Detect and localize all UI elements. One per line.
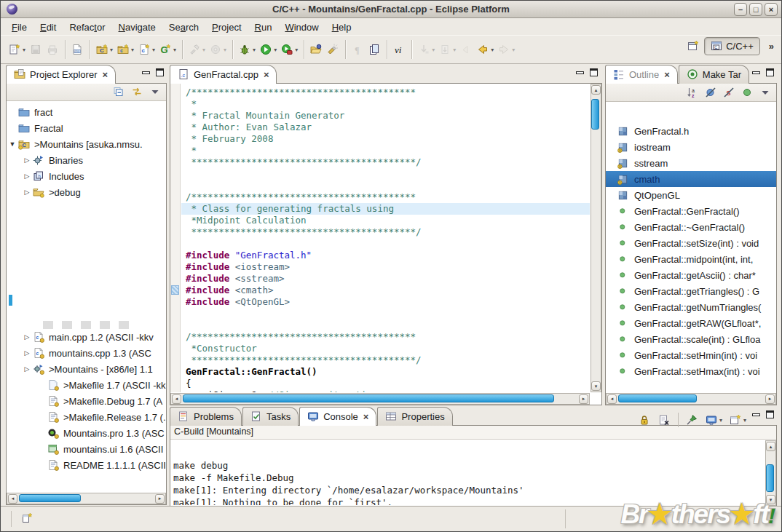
project-explorer-item[interactable]: ▷cmain.cpp 1.2 (ASCII -kkv bbox=[7, 329, 166, 345]
code-area[interactable]: /***************************************… bbox=[181, 84, 590, 392]
maximize-view-icon[interactable] bbox=[156, 68, 164, 76]
minimize-view-icon[interactable] bbox=[142, 71, 150, 74]
minimize-button[interactable]: – bbox=[734, 3, 747, 16]
close-button[interactable]: × bbox=[765, 3, 778, 16]
outline-tab[interactable]: Outline × bbox=[605, 65, 678, 84]
project-explorer-item[interactable]: fract bbox=[7, 104, 166, 120]
vi-plugin-button[interactable]: vi bbox=[391, 39, 408, 60]
outline-item[interactable]: iostream bbox=[606, 139, 776, 155]
project-explorer-item[interactable]: ▼C>Mountains [asuka.nmsu. bbox=[7, 136, 166, 152]
tab-properties[interactable]: Properties bbox=[377, 407, 452, 426]
project-explorer-item[interactable]: README 1.1.1.1 (ASCII - bbox=[7, 457, 166, 473]
expanded-arrow-icon[interactable]: ▼ bbox=[7, 140, 18, 148]
view-menu-button[interactable] bbox=[149, 86, 162, 98]
menu-project[interactable]: Project bbox=[205, 20, 248, 34]
project-explorer-item[interactable]: ▷Binaries bbox=[7, 152, 166, 168]
perspective-overflow-chevron[interactable]: » bbox=[765, 41, 774, 52]
maximize-view-icon[interactable] bbox=[590, 68, 598, 76]
menu-navigate[interactable]: Navigate bbox=[112, 20, 162, 34]
open-declaration-button[interactable] bbox=[366, 39, 383, 60]
new-make-target-button[interactable]: G▾ bbox=[157, 39, 178, 60]
run-button[interactable]: ▾ bbox=[258, 39, 279, 60]
menu-refactor[interactable]: Refactor bbox=[63, 20, 111, 34]
outline-item[interactable]: GenFractal::GenFractal() bbox=[606, 203, 776, 219]
make-targets-tab[interactable]: Make Tar bbox=[679, 65, 749, 84]
project-explorer-item[interactable]: >Makefile 1.7 (ASCII -kk bbox=[7, 377, 166, 393]
outline-item[interactable]: GenFractal::getNumTriangles( bbox=[606, 299, 776, 315]
menu-search[interactable]: Search bbox=[162, 20, 205, 34]
collapsed-arrow-icon[interactable]: ▷ bbox=[21, 333, 33, 341]
scroll-left-icon[interactable]: ◂ bbox=[172, 394, 181, 404]
close-icon[interactable]: × bbox=[664, 69, 670, 80]
editor-hscrollbar[interactable]: ◂ ▸ bbox=[170, 393, 590, 405]
external-tools-button[interactable]: ▾ bbox=[279, 39, 300, 60]
menu-file[interactable]: File bbox=[5, 20, 33, 34]
link-with-editor-button[interactable] bbox=[131, 86, 143, 98]
project-explorer-item[interactable]: Mountains.pro 1.3 (ASC bbox=[7, 425, 166, 441]
project-explorer-item[interactable]: >Makefile.Release 1.7 (. bbox=[7, 409, 166, 425]
outline-item[interactable]: sstream bbox=[606, 155, 776, 171]
scroll-up-icon[interactable]: ▴ bbox=[591, 85, 601, 95]
project-explorer-item[interactable]: >Makefile.Debug 1.7 (A bbox=[7, 393, 166, 409]
project-explorer-item[interactable]: Fractal bbox=[7, 120, 166, 136]
outline-item[interactable]: cmath bbox=[606, 171, 776, 187]
new-wizard-button[interactable]: ▾ bbox=[7, 39, 28, 60]
collapsed-arrow-icon[interactable]: ▷ bbox=[21, 172, 33, 180]
hide-static-members-button[interactable]: S bbox=[723, 87, 735, 99]
new-c-project-button[interactable]: C▾ bbox=[94, 39, 115, 60]
fast-view-icon[interactable] bbox=[21, 512, 33, 525]
project-explorer-tab[interactable]: Project Explorer × bbox=[6, 65, 116, 84]
collapsed-arrow-icon[interactable]: ▷ bbox=[21, 188, 33, 196]
new-c-file-button[interactable]: c▾ bbox=[136, 39, 157, 60]
minimize-view-icon[interactable] bbox=[752, 71, 760, 74]
tab-problems[interactable]: Problems bbox=[170, 407, 242, 426]
collapse-all-button[interactable] bbox=[113, 86, 125, 98]
project-explorer-item[interactable]: ▷>debug bbox=[7, 184, 166, 200]
scroll-up-icon[interactable]: ▴ bbox=[766, 442, 775, 451]
outline-item[interactable]: GenFractal::midpoint(int, int, bbox=[606, 251, 776, 267]
tab-tasks[interactable]: Tasks bbox=[242, 407, 299, 426]
debug-button[interactable]: ▾ bbox=[237, 39, 258, 60]
collapsed-arrow-icon[interactable]: ▷ bbox=[21, 156, 33, 164]
outline-item[interactable]: GenFractal::getRAW(GLfloat*, bbox=[606, 315, 776, 331]
maximize-view-icon[interactable] bbox=[766, 410, 774, 418]
outline-item[interactable]: GenFractal.h bbox=[606, 123, 776, 139]
maximize-view-icon[interactable] bbox=[766, 68, 774, 76]
pin-console-button[interactable] bbox=[686, 414, 698, 426]
search-flashlight-button[interactable] bbox=[325, 39, 341, 60]
hide-non-public-button[interactable] bbox=[741, 87, 754, 99]
tab-console[interactable]: Console× bbox=[299, 407, 376, 426]
menu-run[interactable]: Run bbox=[248, 20, 279, 34]
binary-010-button[interactable]: 010 bbox=[69, 39, 86, 60]
scroll-right-icon[interactable]: ▸ bbox=[765, 394, 775, 404]
close-icon[interactable]: × bbox=[102, 69, 108, 80]
hide-fields-button[interactable] bbox=[705, 87, 717, 99]
collapsed-arrow-icon[interactable]: ▷ bbox=[21, 349, 33, 357]
menu-help[interactable]: Help bbox=[325, 20, 358, 34]
open-element-button[interactable] bbox=[308, 39, 325, 60]
outline-item[interactable]: GenFractal::getAscii() : char* bbox=[606, 267, 776, 283]
outline-item[interactable]: QtOpenGL bbox=[606, 187, 776, 203]
open-console-button[interactable]: ▾ bbox=[730, 410, 746, 430]
collapsed-arrow-icon[interactable]: ▷ bbox=[21, 365, 33, 373]
editor-tab-genfractal[interactable]: .c GenFractal.cpp × bbox=[170, 65, 277, 84]
maximize-button[interactable]: □ bbox=[749, 3, 762, 16]
outline-item[interactable]: GenFractal::setHmax(int) : voi bbox=[606, 363, 776, 379]
project-explorer-item[interactable]: mountains.ui 1.6 (ASCII bbox=[7, 441, 166, 457]
scroll-right-icon[interactable]: ▸ bbox=[579, 394, 588, 404]
scroll-left-icon[interactable]: ◂ bbox=[8, 494, 17, 504]
close-icon[interactable]: × bbox=[363, 411, 369, 422]
cpp-perspective-button[interactable]: C C/C++ bbox=[704, 37, 760, 55]
outline-item[interactable]: GenFractal::~GenFractal() bbox=[606, 219, 776, 235]
editor-vscrollbar[interactable]: ▴ ▾ bbox=[591, 84, 601, 392]
project-explorer-item[interactable]: ▷cmountains.cpp 1.3 (ASC bbox=[7, 345, 166, 361]
scroll-lock-button[interactable] bbox=[639, 414, 651, 426]
clear-console-button[interactable] bbox=[658, 414, 671, 426]
menu-edit[interactable]: Edit bbox=[33, 20, 63, 34]
outline-hscrollbar[interactable]: ◂ ▸ bbox=[606, 393, 776, 405]
outline-item[interactable]: GenFractal::setSize(int) : void bbox=[606, 235, 776, 251]
project-explorer-item[interactable]: ▷>Mountains - [x86/le] 1.1 bbox=[7, 361, 166, 377]
close-icon[interactable]: × bbox=[264, 69, 269, 80]
menu-window[interactable]: Window bbox=[278, 20, 325, 34]
display-console-button[interactable]: ▾ bbox=[706, 410, 722, 430]
